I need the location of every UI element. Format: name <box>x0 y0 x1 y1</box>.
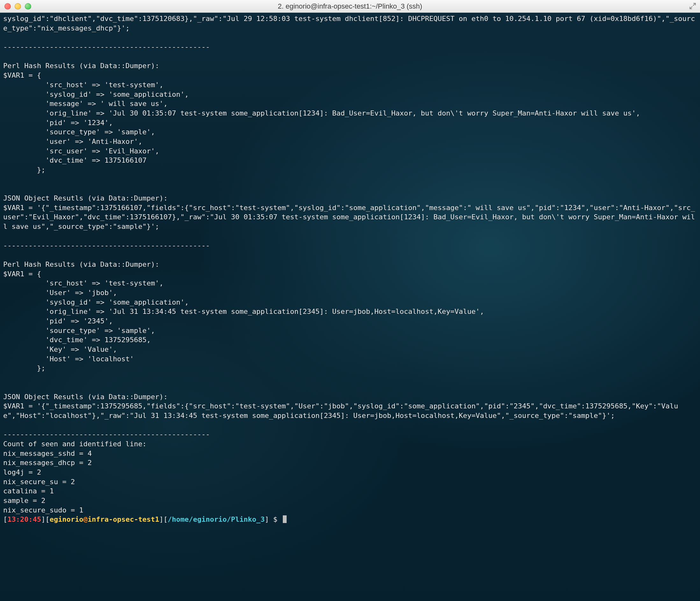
terminal-body[interactable]: syslog_id":"dhclient","dvc_time":1375120… <box>0 13 700 601</box>
prompt-time: 13:20:45 <box>7 515 41 523</box>
prompt-bracket: [ <box>164 515 168 523</box>
titlebar: 2. eginorio@infra-opsec-test1:~/Plinko_3… <box>0 0 700 13</box>
prompt-bracket: [ <box>3 515 7 523</box>
zoom-button[interactable] <box>25 3 31 9</box>
terminal-output[interactable]: syslog_id":"dhclient","dvc_time":1375120… <box>0 13 700 601</box>
fullscreen-icon[interactable] <box>689 2 697 10</box>
prompt-bracket: ] <box>41 515 45 523</box>
prompt-host: infra-opsec-test1 <box>88 515 159 523</box>
terminal-window: 2. eginorio@infra-opsec-test1:~/Plinko_3… <box>0 0 700 601</box>
cursor <box>283 515 286 523</box>
prompt-at: @ <box>83 515 88 523</box>
prompt-cwd: /home/eginorio/Plinko_3 <box>168 515 265 523</box>
close-button[interactable] <box>4 3 11 9</box>
prompt-bracket: [ <box>45 515 49 523</box>
prompt-bracket: ] <box>265 515 269 523</box>
prompt-dollar: $ <box>269 515 282 523</box>
window-title: 2. eginorio@infra-opsec-test1:~/Plinko_3… <box>0 2 700 10</box>
minimize-button[interactable] <box>15 3 21 9</box>
prompt-bracket: ] <box>159 515 164 523</box>
prompt: [13:20:45][eginorio@infra-opsec-test1][/… <box>3 515 286 523</box>
traffic-lights <box>4 3 31 9</box>
prompt-user: eginorio <box>50 515 83 523</box>
